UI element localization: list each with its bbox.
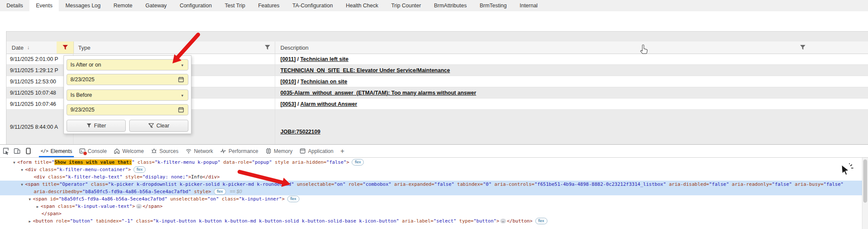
code-token: type= <box>456 218 474 224</box>
tab-internal[interactable]: Internal <box>513 0 544 11</box>
tab-brmattributes[interactable]: BrmAttributes <box>427 0 473 11</box>
devtools-code-line[interactable]: aria-describedby="b8a50fc5-fd9a-4a86-b56… <box>0 188 862 195</box>
inspect-element-button[interactable] <box>0 146 11 157</box>
tab-gateway[interactable]: Gateway <box>139 0 173 11</box>
chevron-down-icon[interactable]: ▼ <box>181 94 184 98</box>
column-header-date[interactable]: Date ↓ <box>6 41 57 54</box>
focus-page-button[interactable] <box>22 146 34 157</box>
tab-features[interactable]: Features <box>251 0 286 11</box>
expanded-arrow-icon[interactable]: ▼ <box>19 181 25 188</box>
filter-funnel-icon <box>800 45 806 51</box>
expand-ellipsis-button[interactable]: … <box>500 219 506 223</box>
tab-health-check[interactable]: Health Check <box>339 0 385 11</box>
code-token: aria-busy= <box>792 181 823 187</box>
flex-badge[interactable]: flex <box>352 159 364 165</box>
devtools-code-line[interactable]: ▼<form title="Show items with value that… <box>0 159 862 166</box>
devtools-tab-welcome[interactable]: Welcome <box>110 145 147 157</box>
description-filter-button[interactable] <box>800 45 806 52</box>
tab-label: Welcome <box>122 148 144 154</box>
tab-ta-configuration[interactable]: TA-Configuration <box>286 0 340 11</box>
filter-clear-button[interactable]: Clear <box>129 120 188 132</box>
code-token: data-role= <box>220 159 252 165</box>
code-token: "k-filter-menu-container" <box>57 167 128 172</box>
collapsed-arrow-icon[interactable]: ▶ <box>35 203 41 210</box>
devtools-code-line[interactable]: <div class="k-filter-help-text" style="d… <box>0 173 862 181</box>
event-text-link[interactable]: 0035-Alarm without answer (ETMA/TAM): To… <box>280 90 476 96</box>
sources-icon <box>151 148 157 154</box>
tab-brmtesting[interactable]: BrmTesting <box>473 0 513 11</box>
code-token: class= <box>37 167 57 172</box>
calendar-icon[interactable] <box>178 107 184 114</box>
sort-descending-icon[interactable]: ↓ <box>27 45 29 51</box>
devtools-code-line[interactable]: ▶<span class="k-input-value-text">…</spa… <box>0 203 862 210</box>
column-header-description[interactable]: Description <box>275 41 868 54</box>
devtools-scrollbar[interactable] <box>862 158 868 229</box>
code-token: "button" <box>70 218 93 224</box>
tab-configuration[interactable]: Configuration <box>173 0 218 11</box>
filter-apply-button[interactable]: Filter <box>67 120 126 132</box>
tab-events[interactable]: Events <box>29 0 59 11</box>
devtools-code-line[interactable]: ▼<span title="Operator" class="k-picker … <box>0 181 862 188</box>
calendar-icon[interactable] <box>178 76 184 83</box>
filter-operator-2-dropdown[interactable]: Is Before ▼ <box>67 89 188 101</box>
tab-messages-log[interactable]: Messages Log <box>59 0 107 11</box>
devtools-tab-sources[interactable]: Sources <box>147 145 182 157</box>
event-text-link[interactable]: Technician left site <box>300 56 349 62</box>
pointer-cursor-icon <box>840 163 855 179</box>
tab-trip-counter[interactable]: Trip Counter <box>385 0 427 11</box>
devtools-code-line[interactable]: </span> <box>0 210 862 217</box>
flex-badge[interactable]: flex <box>134 166 146 173</box>
tab-label: Performance <box>229 148 258 154</box>
devtools-code-line[interactable]: ▼<div class="k-filter-menu-container">fl… <box>0 166 862 173</box>
job-number-link[interactable]: JOB#:75022109 <box>280 128 868 136</box>
hand-cursor-icon <box>639 44 649 56</box>
filter-operator-2-value: Is Before <box>70 92 92 98</box>
column-header-date-label: Date <box>12 45 23 51</box>
devtools-tab-elements[interactable]: </> Elements <box>37 145 76 157</box>
collapsed-arrow-icon[interactable]: ▶ <box>27 218 33 225</box>
devtools-tab-network[interactable]: Network <box>182 145 216 157</box>
filter-date-1-value: 8/23/2025 <box>70 76 95 83</box>
tab-details[interactable]: Details <box>0 0 29 11</box>
code-token: role= <box>346 181 363 187</box>
event-text-link[interactable]: TECHNICIAN ON SITE ELE: Elevator Under S… <box>280 67 450 73</box>
event-code-link[interactable]: [0011] <box>280 56 296 62</box>
flex-badge[interactable]: flex <box>214 188 226 195</box>
devtools-code-line[interactable]: ▼<span id="b8a50fc5-fd9a-4a86-b56a-5ece4… <box>0 195 862 203</box>
devtools-more-tabs-button[interactable]: + <box>337 145 348 157</box>
devtools-tab-console[interactable]: Console <box>76 145 110 157</box>
flex-badge[interactable]: flex <box>535 218 547 224</box>
device-toolbar-button[interactable] <box>11 146 22 157</box>
filter-date-1-input[interactable]: 8/23/2025 <box>67 74 188 85</box>
event-code-link[interactable]: [0010] <box>280 79 296 85</box>
filter-date-2-input[interactable]: 9/23/2025 <box>67 104 188 115</box>
expanded-arrow-icon[interactable]: ▼ <box>27 196 33 203</box>
home-icon <box>114 148 120 154</box>
code-token: "false" <box>823 181 843 187</box>
console-error-badge <box>83 151 87 156</box>
tab-test-trip[interactable]: Test Trip <box>218 0 251 11</box>
date-filter-button[interactable] <box>57 41 74 54</box>
code-token: title= <box>39 181 59 187</box>
event-code-link[interactable]: [0053] <box>280 101 296 107</box>
code-token: class= <box>135 159 155 165</box>
event-text-link[interactable]: Alarm without Answer <box>300 101 357 107</box>
expand-ellipsis-button[interactable]: … <box>136 204 142 209</box>
type-filter-button[interactable] <box>264 45 270 52</box>
devtools-tab-performance[interactable]: Performance <box>216 145 262 157</box>
flex-badge[interactable]: flex <box>287 196 299 202</box>
expanded-arrow-icon[interactable]: ▼ <box>11 159 17 166</box>
column-header-type[interactable]: Type <box>74 41 275 54</box>
scrollbar-thumb[interactable] <box>863 159 867 203</box>
code-token: "k-filter-help-text" <box>65 174 122 180</box>
code-token: <div <box>34 174 45 180</box>
separator: / <box>296 79 300 85</box>
devtools-tab-memory[interactable]: Memory <box>262 145 296 157</box>
devtools-code-line[interactable]: ▶<button role="button" tabindex="-1" cla… <box>0 217 862 225</box>
devtools-tab-application[interactable]: Application <box>296 145 337 157</box>
chevron-down-icon[interactable]: ▼ <box>181 64 184 67</box>
tab-remote[interactable]: Remote <box>107 0 139 11</box>
code-token: <div <box>25 167 37 172</box>
event-text-link[interactable]: Technician on site <box>301 79 347 85</box>
expanded-arrow-icon[interactable]: ▼ <box>19 166 25 173</box>
